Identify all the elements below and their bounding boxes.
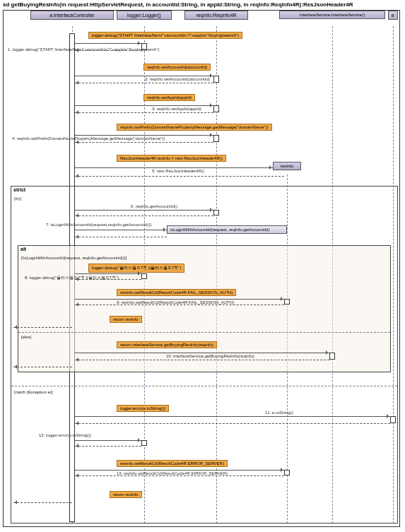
msg1-num: 1: logger.debug("START /interface/farm/"…	[8, 47, 160, 52]
fragment-try-divider	[11, 386, 397, 386]
ret2-label: return resInfo	[110, 491, 142, 498]
diagram-title: sd getBuyingResInfo(in request:HttpServl…	[3, 1, 353, 8]
msg10-arrow	[75, 353, 329, 353]
msg12-num: 12: logger.error(e.toString())	[39, 433, 91, 437]
msg1-label: logger.debug("START /interface/farm/"+ac…	[88, 32, 242, 39]
ret2-arrow	[13, 502, 72, 503]
msg3-arrow	[75, 105, 213, 106]
msg5-num: 5: new ResJsonHeader4R()	[152, 169, 204, 173]
msg6-arrow	[75, 210, 213, 211]
lifeline-reqinfo: reqInfo:ReqInfo4R	[184, 11, 248, 20]
msg7-arrow	[75, 230, 167, 230]
lifeline-service: InterfaceService:InterfaceService()	[279, 11, 385, 19]
msg1-return	[75, 50, 141, 51]
msg10-num: 10: interfaceService.getBuyingResInfo(re…	[166, 354, 254, 358]
msg2-arrow	[75, 76, 213, 76]
fragment-alt-guard: [!isLoginWithAccountId(request, reqInfo.…	[21, 256, 127, 260]
msg3-num: 3: reqInfo.setAppId(appId)	[152, 107, 201, 111]
msg4-label: reqInfo.setPrefix(DomainNamePropertyMess…	[117, 124, 272, 131]
activation-e-11	[390, 416, 396, 423]
fragment-catch-guard: [catch (Exception e)]	[14, 390, 53, 394]
msg1-arrow	[75, 43, 141, 44]
msg8-return	[75, 279, 141, 280]
activation-svc-10	[329, 353, 335, 360]
lifeline-logger: logger:Logger()	[117, 11, 172, 20]
msg2-label: reqInfo.setAccountId(accountId)	[143, 64, 211, 71]
ret1-arrow	[13, 327, 72, 328]
msg10-label: return interfaceService.getBuyingResInfo…	[117, 341, 217, 348]
msg2-num: 2: reqInfo.setAccountId(accountId)	[145, 77, 210, 81]
msg4-arrow	[75, 135, 213, 136]
activation-logger-12	[141, 440, 147, 446]
msg12-arrow	[75, 440, 141, 441]
activation-req-3	[213, 105, 219, 112]
msg10-return	[75, 360, 329, 360]
activation-res-13	[284, 470, 290, 475]
msg11-num: 11: e.toString()	[265, 410, 293, 415]
msg4-return	[75, 142, 213, 143]
msg11-return	[75, 423, 390, 424]
fragment-try-label: strict	[11, 186, 30, 193]
fragment-else-guard: [else]	[21, 335, 31, 339]
activation-req-6	[213, 210, 219, 215]
msg7-num: 7: isLoginWithAccountId(request,reqInfo.…	[46, 223, 151, 227]
msg8-num: 8: logger.debug("플러스월드7호 ||플러스월드7호")	[25, 275, 119, 281]
msg11-arrow	[75, 416, 390, 417]
activation-logger-8	[141, 273, 147, 279]
msg13-arrow	[75, 470, 284, 471]
msg7-return	[75, 237, 167, 237]
ret-else-arrow	[13, 367, 72, 367]
msg8-arrow	[75, 273, 141, 274]
msg11-label: logger.error(e.toString())	[117, 405, 169, 412]
diagram-frame: a:InterfaceController logger:Logger() re…	[3, 10, 400, 527]
msg4-num: 4: reqInfo.setPrefix(DomainNamePropertyM…	[12, 136, 165, 141]
activation-res-9	[284, 299, 290, 305]
msg2-return	[75, 83, 213, 83]
lifeline-e: e	[388, 11, 398, 20]
msg6-num: 6: reqInfo.getAccountId()	[131, 204, 177, 208]
msg5-arrow	[75, 167, 273, 168]
msg9-label: resInfo.setResultCd(ResultCode4R.FAIL_SE…	[117, 289, 236, 296]
msg5-label: ResJsonHeader4R resInfo = new ResJsonHea…	[117, 155, 226, 162]
msg12-return	[75, 446, 141, 447]
msg3-return	[75, 112, 213, 113]
msg13-return	[75, 475, 284, 476]
activation-req-4	[213, 135, 219, 142]
lifeline-controller: a:InterfaceController	[30, 11, 114, 20]
msg9-arrow	[75, 299, 284, 300]
fragment-alt-divider	[18, 332, 390, 333]
activation-req-2	[213, 76, 219, 83]
msg8-label: logger.debug("플러스월드7호 ||플러스월드7호")	[88, 264, 184, 273]
resinfo-object: resInfo	[273, 162, 301, 170]
ret1-label: return resInfo	[110, 316, 142, 323]
msg6-return	[75, 215, 213, 216]
msg5-return	[75, 176, 284, 177]
msg9-return	[75, 305, 284, 305]
fragment-try-guard: [try]	[14, 196, 21, 201]
msg3-label: reqInfo.setAppId(appId)	[143, 94, 195, 101]
msg7-ref: isLoginWithAccountId(request, reqInfo.ge…	[167, 225, 287, 234]
msg13-label: resInfo.setResultCd(ResultCode4R.ERROR_S…	[117, 460, 228, 467]
fragment-alt-label: alt	[18, 245, 30, 252]
